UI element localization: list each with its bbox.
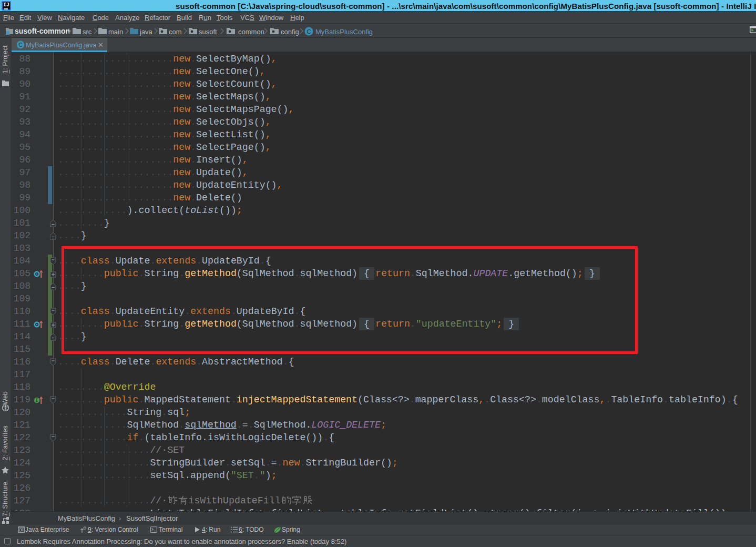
svg-text:C: C [18,42,23,48]
svg-text:C: C [307,28,311,35]
